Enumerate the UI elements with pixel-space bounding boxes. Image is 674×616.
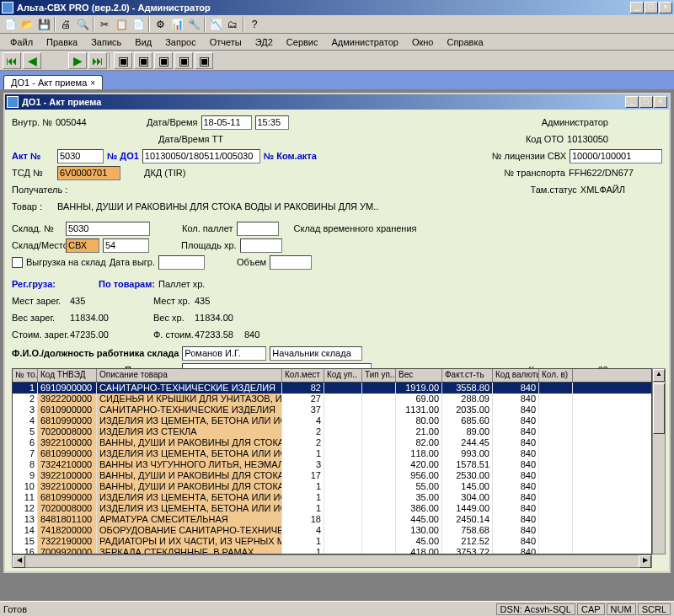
save-icon[interactable]: 💾: [35, 16, 52, 33]
print-icon[interactable]: 🖨: [57, 16, 74, 33]
table-row[interactable]: 103922100000ВАННЫ, ДУШИ И РАКОВИНЫ ДЛЯ С…: [13, 481, 651, 492]
table-row[interactable]: 57020008000ИЗДЕЛИЯ ИЗ СТЕКЛА221.0089.008…: [13, 426, 651, 437]
scroll-thumb[interactable]: [653, 383, 665, 434]
nav-prev[interactable]: ◀: [23, 52, 41, 69]
table-row[interactable]: 63922100000ВАННЫ, ДУШИ И РАКОВИНЫ ДЛЯ СТ…: [13, 437, 651, 448]
kol-pallet-input[interactable]: [237, 222, 279, 236]
new-icon[interactable]: 📄: [2, 16, 19, 33]
table-cell: ИЗДЕЛИЯ ИЗ ЦЕМЕНТА, БЕТОНА ИЛИ ИСКУС..: [97, 503, 282, 514]
tool5-icon[interactable]: 🗂: [224, 16, 241, 33]
table-cell: [324, 481, 362, 492]
tab-do1[interactable]: ДО1 - Акт приема ×: [3, 75, 103, 89]
scroll-up-icon[interactable]: ▲: [653, 369, 665, 382]
table-cell: ИЗДЕЛИЯ ИЗ ЦЕМЕНТА, БЕТОНА ИЛИ ИСКУС..: [97, 415, 282, 426]
plosh-input[interactable]: [240, 238, 282, 253]
th-tipup[interactable]: Тип уп..: [362, 369, 396, 382]
nav-next[interactable]: ▶: [68, 52, 87, 69]
table-cell: 840: [493, 481, 539, 492]
menu-file[interactable]: Файл: [3, 35, 40, 49]
table-row[interactable]: 138481801100АРМАТУРА СМЕСИТЕЛЬНАЯ18445.0…: [13, 514, 651, 525]
fio2-input[interactable]: [270, 346, 362, 361]
child-max[interactable]: □: [639, 96, 653, 108]
table-row[interactable]: 157322190000РАДИАТОРЫ И ИХ ЧАСТИ, ИЗ ЧЕР…: [13, 536, 651, 547]
nav-b5[interactable]: ▣: [195, 52, 213, 69]
table-row[interactable]: 116810990000ИЗДЕЛИЯ ИЗ ЦЕМЕНТА, БЕТОНА И…: [13, 492, 651, 503]
th-kolv[interactable]: Кол. в): [539, 369, 573, 382]
minimize-button[interactable]: _: [630, 2, 644, 13]
child-min[interactable]: _: [625, 96, 639, 108]
paste-icon[interactable]: 📄: [130, 16, 147, 33]
th-val[interactable]: Код валюты: [493, 369, 539, 382]
table-body[interactable]: 16910900000САНИТАРНО-ТЕХНИЧЕСКИЕ ИЗДЕЛИЯ…: [13, 383, 651, 554]
table-row[interactable]: 16910900000САНИТАРНО-ТЕХНИЧЕСКИЕ ИЗДЕЛИЯ…: [13, 383, 651, 394]
table-row[interactable]: 23922200000СИДЕНЬЯ И КРЫШКИ ДЛЯ УНИТАЗОВ…: [13, 394, 651, 404]
menu-admin[interactable]: Администратор: [325, 35, 405, 49]
tool2-icon[interactable]: 📊: [168, 16, 185, 33]
tab-close-icon[interactable]: ×: [90, 78, 95, 88]
nav-b4[interactable]: ▣: [174, 52, 193, 69]
tool3-icon[interactable]: 🔧: [185, 16, 202, 33]
close-button[interactable]: ×: [659, 2, 672, 13]
tool1-icon[interactable]: ⚙: [152, 16, 168, 33]
maximize-button[interactable]: □: [645, 2, 658, 13]
table-row[interactable]: 76810990000ИЗДЕЛИЯ ИЗ ЦЕМЕНТА, БЕТОНА ИЛ…: [13, 448, 651, 459]
menu-reports[interactable]: Отчеты: [203, 35, 249, 49]
menu-service[interactable]: Сервис: [280, 35, 325, 49]
akt-no-input[interactable]: [57, 149, 104, 163]
table-row[interactable]: 147418200000ОБОРУДОВАНИЕ САНИТАРНО-ТЕХНИ…: [13, 525, 651, 536]
lic-input[interactable]: [570, 149, 662, 163]
table-cell: [539, 470, 573, 481]
menu-help[interactable]: Справка: [440, 35, 489, 49]
nav-b3[interactable]: ▣: [154, 52, 173, 69]
nav-b2[interactable]: ▣: [134, 52, 152, 69]
menu-window[interactable]: Окно: [405, 35, 441, 49]
sklad-mesto1-input[interactable]: [66, 238, 99, 253]
child-close[interactable]: ×: [654, 96, 667, 108]
vygruzka-checkbox[interactable]: [12, 257, 23, 268]
menu-query[interactable]: Запрос: [158, 35, 202, 49]
table-cell: 840: [493, 448, 539, 459]
date-input[interactable]: [201, 115, 252, 130]
obem-input[interactable]: [270, 255, 312, 270]
scroll-left-icon[interactable]: ◀: [13, 555, 25, 568]
table-cell: ВАННЫ, ДУШИ И РАКОВИНЫ ДЛЯ СТОКА ВО..: [97, 470, 282, 481]
nav-first[interactable]: ⏮: [3, 52, 21, 69]
table-row[interactable]: 127020008000ИЗДЕЛИЯ ИЗ ЦЕМЕНТА, БЕТОНА И…: [13, 503, 651, 514]
table-cell: 6910900000: [38, 383, 97, 394]
nav-b1[interactable]: ▣: [114, 52, 132, 69]
data-vygr-input[interactable]: [158, 255, 205, 270]
th-no[interactable]: № то..: [13, 369, 38, 382]
table-row[interactable]: 167009920000ЗЕРКАЛА СТЕКЛЯННЫЕ, В РАМАХ1…: [13, 547, 651, 554]
menu-edit[interactable]: Правка: [40, 35, 84, 49]
nav-last[interactable]: ⏭: [88, 52, 107, 69]
th-kodup[interactable]: Код уп..: [324, 369, 362, 382]
table-row[interactable]: 46810990000ИЗДЕЛИЯ ИЗ ЦЕМЕНТА, БЕТОНА ИЛ…: [13, 415, 651, 426]
th-kolmest[interactable]: Кол.мест: [282, 369, 324, 382]
scroll-right-icon[interactable]: ▶: [639, 555, 651, 568]
table-row[interactable]: 93922100000ВАННЫ, ДУШИ И РАКОВИНЫ ДЛЯ СТ…: [13, 470, 651, 481]
th-tnved[interactable]: Код ТНВЭД: [38, 369, 97, 382]
copy-icon[interactable]: 📋: [113, 16, 130, 33]
help-icon[interactable]: ?: [246, 16, 263, 33]
sklad-mesto2-input[interactable]: [103, 238, 149, 253]
menu-record[interactable]: Запись: [84, 35, 128, 49]
tool4-icon[interactable]: 📉: [207, 16, 224, 33]
kol-pallet-label: Кол. паллет: [182, 223, 233, 233]
time-input[interactable]: [255, 115, 289, 130]
fio1-input[interactable]: [182, 346, 266, 361]
menu-ed2[interactable]: ЭД2: [249, 35, 280, 49]
th-fakt[interactable]: Факт.ст-ть: [442, 369, 493, 382]
menu-view[interactable]: Вид: [128, 35, 158, 49]
hscrollbar[interactable]: ◀ ▶: [12, 554, 652, 568]
table-row[interactable]: 87324210000ВАННЫ ИЗ ЧУГУННОГО ЛИТЬЯ, НЕЭ…: [13, 459, 651, 470]
cut-icon[interactable]: ✂: [96, 16, 113, 33]
preview-icon[interactable]: 🔍: [74, 16, 91, 33]
vscrollbar[interactable]: ▲: [652, 368, 666, 554]
open-icon[interactable]: 📂: [19, 16, 35, 33]
th-desc[interactable]: Описание товара: [97, 369, 282, 382]
th-ves[interactable]: Вес: [396, 369, 442, 382]
sklad-no-input[interactable]: [66, 222, 150, 236]
table-row[interactable]: 36910900000САНИТАРНО-ТЕХНИЧЕСКИЕ ИЗДЕЛИЯ…: [13, 404, 651, 415]
tsd-input[interactable]: [57, 166, 120, 180]
do1-input[interactable]: [142, 149, 260, 163]
